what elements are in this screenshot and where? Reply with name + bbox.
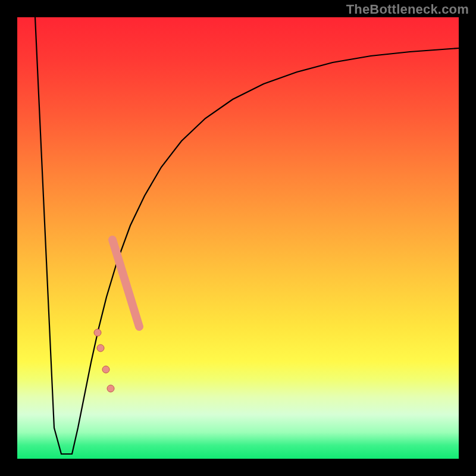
- data-dots: [94, 329, 114, 392]
- data-dot: [94, 329, 101, 336]
- plot-area: [17, 17, 459, 459]
- watermark-text: TheBottleneck.com: [346, 2, 469, 17]
- curve-svg: [17, 17, 459, 459]
- data-dot: [107, 385, 114, 392]
- highlight-segment: [112, 240, 139, 327]
- data-dot: [102, 366, 109, 373]
- chart-frame: TheBottleneck.com: [0, 0, 476, 476]
- bottleneck-curve: [35, 17, 459, 454]
- data-dot: [97, 345, 104, 352]
